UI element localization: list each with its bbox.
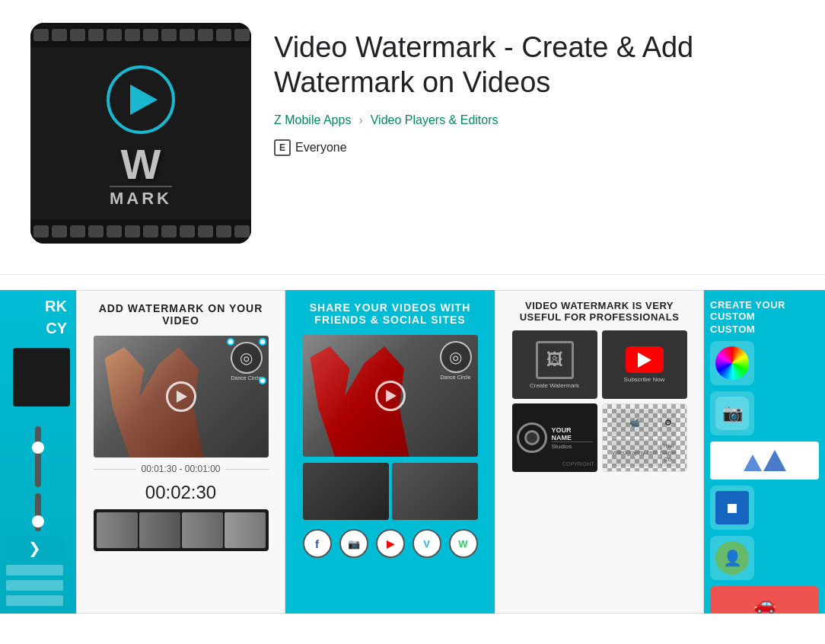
video-play-button (166, 381, 196, 412)
rating-e-icon: E (274, 139, 291, 156)
share-grid (303, 463, 478, 520)
panel-3-content: SHARE YOUR VIDEOS WITH FRIENDS & SOCIAL … (285, 290, 495, 569)
mark-label: MARK (110, 186, 172, 209)
panel5-subtitle: CUSTOM (710, 324, 819, 335)
w-letter: W (121, 143, 161, 186)
panel5-item-nav: ◆ (710, 486, 754, 530)
video-preview: ◎ Dance Circle (94, 336, 269, 457)
app-title: Video Watermark - Create & Add Watermark… (274, 30, 795, 100)
facebook-button[interactable]: f (303, 529, 332, 558)
wm-subscribe-label: Subscribe Now (624, 376, 665, 383)
share-thumb-bg-1 (303, 463, 389, 520)
developer-link[interactable]: Z Mobile Apps (274, 113, 351, 127)
share-play-btn (375, 381, 406, 411)
wm-subscribe-content: Subscribe Now (624, 346, 665, 383)
timeline-thumb-4 (225, 512, 266, 548)
share-watermark-circle: ◎ (440, 341, 472, 373)
logo-1: 📹 (612, 410, 658, 437)
timeline-thumb-2 (139, 512, 180, 548)
instagram-button[interactable]: 📷 (339, 529, 368, 558)
wm-item-logos: 📹 ⚙ videography.com Your Name Co. (602, 403, 687, 472)
watermark-text: W MARK (110, 143, 172, 209)
panel1-bar-1 (6, 565, 63, 575)
studios-text: Studios (552, 442, 593, 450)
app-rating-row: E Everyone (274, 139, 795, 156)
film-hole (143, 29, 158, 41)
subscribe-play-icon (638, 352, 651, 368)
studio-text: YOUR NAME Studios (552, 426, 593, 450)
panel5-item-camera: 📷 (710, 391, 754, 435)
nav-icon: ◆ (715, 491, 749, 524)
panel-4-title: VIDEO WATERMARK IS VERY USEFUL FOR PROFE… (505, 300, 694, 323)
screenshot-panel-2: ADD WATERMARK ON YOUR VIDEO (76, 290, 285, 614)
mountain-left (744, 454, 762, 471)
your-name-text: YOUR NAME (552, 426, 593, 442)
wm-youtube-box (626, 346, 664, 373)
panel5-item-person: 👤 (710, 536, 754, 580)
film-hole (125, 29, 140, 41)
panel1-bottom: ❯ (6, 536, 70, 606)
screenshot-panel-4: VIDEO WATERMARK IS VERY USEFUL FOR PROFE… (495, 290, 704, 614)
panel-2-content: ADD WATERMARK ON YOUR VIDEO (77, 291, 285, 563)
film-hole (125, 225, 140, 238)
wm-create-icon: 🖼 (546, 350, 563, 370)
app-icon: W MARK (30, 23, 251, 244)
car-icon: 🚗 (753, 593, 776, 614)
watermark-grid: 🖼 Create Watermark Subscribe Now (512, 330, 687, 472)
diamond-icon: ◆ (721, 496, 744, 519)
screenshot-panel-5: CREATE YOUR CUSTOM CUSTOM 📷 (704, 290, 825, 614)
instagram-icon: 📷 (348, 538, 360, 550)
time-line-left (94, 469, 137, 470)
slider-track (35, 426, 41, 487)
category-separator: › (358, 113, 362, 127)
wm-item-create: 🖼 Create Watermark (512, 330, 597, 399)
screenshots-container: RK CY ❯ (0, 290, 825, 614)
mountain-icon (744, 450, 786, 471)
slider-thumb-2 (32, 515, 44, 528)
panel5-item-color (710, 341, 754, 385)
film-hole (70, 225, 85, 238)
app-links: Z Mobile Apps › Video Players & Editors (274, 113, 795, 127)
watermark-overlay: ◎ Dance Circle (231, 342, 263, 381)
film-hole (52, 225, 67, 238)
whatsapp-icon: W (458, 538, 467, 550)
copyright-text: COPYRIGHT (562, 461, 594, 467)
logo-4: Your Name Co. (660, 439, 677, 467)
share-video-preview: ◎ Dance Circle (303, 335, 478, 457)
panel1-text-rk: RK (45, 298, 70, 315)
wm-create-content: 🖼 Create Watermark (530, 341, 579, 389)
film-strip-top (30, 23, 251, 47)
spiral-icon: ◎ (240, 349, 253, 367)
panel-2-title: ADD WATERMARK ON YOUR VIDEO (86, 302, 276, 327)
film-hole (88, 29, 104, 41)
watermark-name: Dance Circle (231, 375, 261, 381)
share-thumb-1 (303, 463, 389, 520)
film-hole (198, 29, 213, 41)
resize-handle-br (259, 377, 266, 384)
film-hole (216, 225, 231, 238)
panel1-text-cy: CY (46, 320, 70, 337)
share-spiral-icon: ◎ (449, 348, 462, 366)
youtube-button[interactable]: ▶ (376, 529, 405, 558)
film-hole (33, 225, 49, 238)
wm-create-icon-box: 🖼 (536, 341, 574, 379)
film-hole (198, 225, 213, 238)
youtube-icon: ▶ (387, 538, 394, 550)
panel-5-content: CREATE YOUR CUSTOM CUSTOM 📷 (704, 290, 825, 614)
wm-item-studio: YOUR NAME Studios COPYRIGHT (512, 403, 597, 472)
film-strip-bottom (30, 219, 251, 244)
app-meta: Video Watermark - Create & Add Watermark… (274, 23, 795, 156)
time-line-right (225, 469, 269, 470)
whatsapp-button[interactable]: W (449, 529, 478, 558)
vimeo-icon: V (423, 538, 430, 550)
vimeo-button[interactable]: V (412, 529, 441, 558)
copyright-area: COPYRIGHT (562, 455, 594, 469)
timeline-thumb-1 (97, 512, 138, 548)
film-hole (234, 29, 250, 41)
wm-item-subscribe: Subscribe Now (602, 330, 687, 399)
logo-2: ⚙ (660, 410, 677, 437)
slider-track-2 (35, 493, 41, 531)
panel-1-content: RK CY ❯ (0, 290, 76, 614)
category-link[interactable]: Video Players & Editors (371, 113, 499, 127)
panel1-bar-2 (6, 580, 63, 591)
